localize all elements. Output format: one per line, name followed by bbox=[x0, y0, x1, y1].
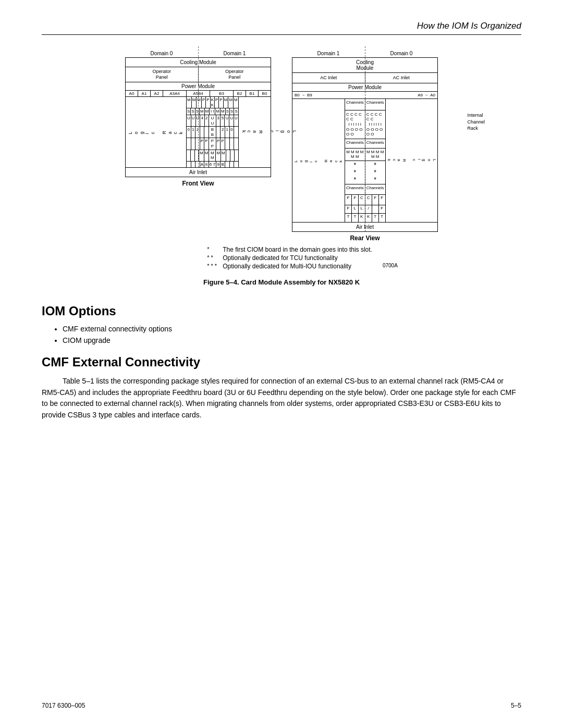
front-logic-label-right: LogicRack bbox=[238, 97, 299, 167]
rear-tt-row: TTK KTT bbox=[345, 214, 385, 222]
figure-caption: Figure 5–4. Card Module Assembly for NX5… bbox=[203, 278, 360, 286]
rear-ff-row: FFC CFF bbox=[345, 195, 385, 205]
front-cooling-module: Cooling Module bbox=[126, 58, 271, 67]
rear-rack: CoolingModule AC Inlet AC Inlet Power Mo… bbox=[292, 57, 438, 232]
rear-view-label: Rear View bbox=[350, 235, 380, 242]
front-module-columns: MMM PP K K PP MMM SSS MM I I bbox=[187, 97, 238, 167]
footnote-1-text: The first CIOM board in the domain goes … bbox=[223, 246, 372, 253]
iom-options-list: CMF external connectivity options CIOM u… bbox=[63, 325, 521, 344]
footer-right: 5–5 bbox=[511, 702, 521, 709]
rear-channels-mid: Channels Channels bbox=[345, 139, 385, 149]
internal-channel-rack-label: InternalChannelRack bbox=[467, 112, 485, 132]
cmf-section: CMF External Connectivity Table 5–1 list… bbox=[42, 355, 521, 421]
rear-content-area: Channels Channels C C C C C C I I I I I … bbox=[345, 99, 385, 222]
rear-power-module: Power Module bbox=[292, 83, 437, 92]
diagram-id: 0700A bbox=[383, 263, 398, 268]
footnote-1-marker: * bbox=[207, 246, 219, 252]
rear-channels-bottom: Channels Channels bbox=[345, 184, 385, 195]
footnote-1: * The first CIOM board in the domain goe… bbox=[207, 246, 398, 253]
front-modules-area: LogicRack MMM PP K K PP MMM bbox=[126, 97, 271, 167]
footnote-3: * * * Optionally dedicated for Multi-IOU… bbox=[207, 263, 398, 270]
footnote-2-text: Optionally dedicated for TCU functionali… bbox=[223, 254, 338, 262]
rear-star-row: *** *** bbox=[345, 161, 385, 184]
front-view-label: Front View bbox=[182, 180, 214, 187]
front-domain0-label: Domain 0 bbox=[125, 51, 198, 56]
footnote-2-marker: * * bbox=[207, 254, 219, 261]
front-view-block: Cooling Module OperatorPanel OperatorPan… bbox=[125, 57, 271, 187]
rear-ac-inlet-left: AC Inlet bbox=[292, 73, 365, 83]
rear-mm-row: M M M M M M M M M M M M bbox=[345, 149, 385, 161]
rear-air-inlet: Air Inlet bbox=[292, 222, 437, 231]
cmf-paragraph: Table 5–1 lists the corresponding packag… bbox=[42, 376, 521, 421]
rear-ac-inlet-right: AC Inlet bbox=[365, 73, 438, 83]
footnote-2: * * Optionally dedicated for TCU functio… bbox=[207, 254, 398, 262]
iom-bullet-2: CIOM upgrade bbox=[63, 336, 521, 344]
footnote-3-marker: * * * bbox=[207, 263, 219, 269]
rear-domain0-label: Domain 0 bbox=[365, 51, 438, 56]
diagram-section: Domain 0 Domain 1 Domain 1 Domain 0 bbox=[42, 51, 521, 299]
footnote-3-text: Optionally dedicated for Multi-IOU funct… bbox=[223, 263, 351, 270]
rear-fl-row: FLL /F bbox=[345, 205, 385, 214]
rear-slot-arrow-row: B0 ← B9 A9 → A0 bbox=[292, 92, 437, 99]
rear-channels-top: Channels Channels bbox=[345, 99, 385, 110]
page: How the IOM Is Organized Domain 0 Domain… bbox=[0, 0, 563, 728]
rear-logic-left: LogicRack bbox=[292, 99, 345, 222]
rear-ac-inlet-row: AC Inlet AC Inlet bbox=[292, 73, 437, 83]
cmf-heading: CMF External Connectivity bbox=[42, 355, 521, 369]
rear-ciom-left: C C C C C C I I I I I I O O O O O O bbox=[345, 110, 365, 139]
front-slot-labels: A0 A1 A2 A3A4 A5B4 B3 B2 B1 B0 bbox=[126, 91, 271, 97]
rear-ciom-right: C C C C C C I I I I I I O O O O O O bbox=[365, 110, 385, 139]
footnotes: * The first CIOM board in the domain goe… bbox=[207, 246, 398, 271]
page-title: How the IOM Is Organized bbox=[417, 21, 521, 31]
front-operator-panels: OperatorPanel OperatorPanel bbox=[126, 67, 271, 82]
rear-ciom-area: C C C C C C I I I I I I O O O O O O C C … bbox=[345, 110, 385, 139]
rear-logic-right: LogicRack bbox=[385, 99, 438, 222]
front-logic-label-left: LogicRack bbox=[126, 97, 187, 167]
rear-cooling-module: CoolingModule bbox=[292, 58, 437, 73]
front-rack: Cooling Module OperatorPanel OperatorPan… bbox=[125, 57, 271, 177]
rear-domain1-label: Domain 1 bbox=[292, 51, 365, 56]
page-footer: 7017 6300–005 5–5 bbox=[42, 702, 521, 709]
rear-view-block: CoolingModule AC Inlet AC Inlet Power Mo… bbox=[292, 57, 438, 242]
front-operator-panel-right: OperatorPanel bbox=[199, 67, 271, 82]
iom-options-heading: IOM Options bbox=[42, 304, 521, 318]
iom-bullet-1: CMF external connectivity options bbox=[63, 325, 521, 333]
front-domain1-label: Domain 1 bbox=[198, 51, 271, 56]
iom-options-section: IOM Options CMF external connectivity op… bbox=[42, 304, 521, 344]
page-header: How the IOM Is Organized bbox=[42, 21, 521, 35]
front-operator-panel-left: OperatorPanel bbox=[126, 67, 199, 82]
front-air-inlet: Air Inlet bbox=[126, 167, 271, 177]
front-power-module: Power Module bbox=[126, 82, 271, 91]
footer-left: 7017 6300–005 bbox=[42, 702, 85, 709]
rear-main-area: LogicRack Channels Channels bbox=[292, 99, 437, 222]
